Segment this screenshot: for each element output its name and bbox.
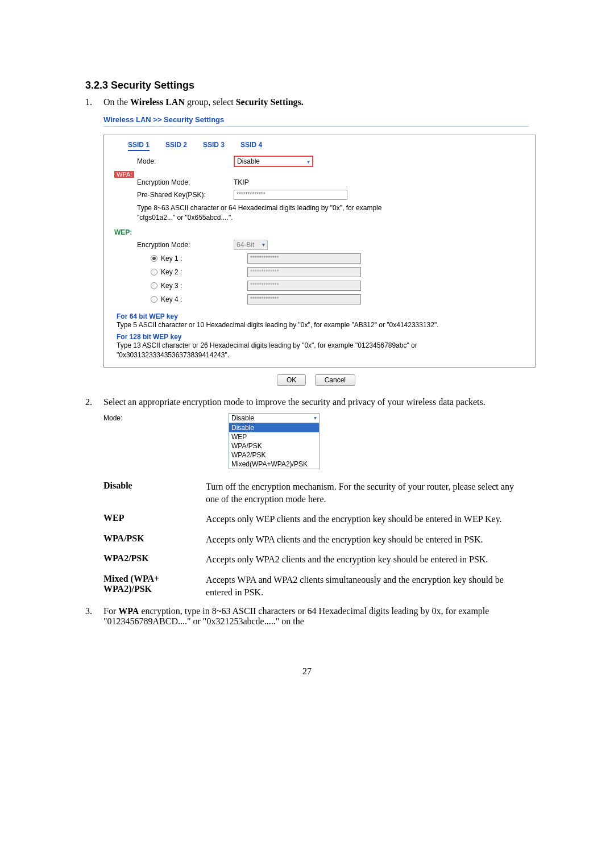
key4-label: Key 4 : xyxy=(161,295,182,303)
encryption-mode-label: Encryption Mode: xyxy=(137,178,234,186)
step-1-number: 1. xyxy=(85,97,103,107)
def-mixed: Mixed (WPA+ WPA2)/PSK Accepts WPA and WP… xyxy=(103,574,529,598)
mode-select-value: Disable xyxy=(237,157,260,165)
mode-label: Mode: xyxy=(137,157,234,165)
wep128-heading: For 128 bit WEP key xyxy=(117,333,525,341)
def-wpapsk: WPA/PSK Accepts only WPA clients and the… xyxy=(103,533,529,546)
wep128-body: Type 13 ASCII character or 26 Hexadecima… xyxy=(117,341,525,360)
step-3-text: For WPA encryption, type in 8~63 ASCII c… xyxy=(103,606,529,627)
key1-radio[interactable] xyxy=(151,255,157,262)
mode-dropdown[interactable]: Disable ▾ Disable WEP WPA/PSK WPA2/PSK M… xyxy=(229,413,320,469)
def-term: WEP xyxy=(103,513,206,525)
wep-section-label: WEP: xyxy=(114,228,525,236)
key2-input[interactable]: ************* xyxy=(247,267,361,277)
text: On the xyxy=(103,97,130,107)
key2-label: Key 2 : xyxy=(161,268,182,276)
ok-button[interactable]: OK xyxy=(277,374,306,386)
key3-input[interactable]: ************* xyxy=(247,281,361,291)
def-wpa2psk: WPA2/PSK Accepts only WPA2 clients and t… xyxy=(103,553,529,566)
mode-option-wep[interactable]: WEP xyxy=(229,432,319,441)
def-desc: Turn off the encryption mechanism. For t… xyxy=(206,481,529,505)
wpa-section-label: WPA: xyxy=(114,170,525,178)
wep64-body: Type 5 ASCII character or 10 Hexadecimal… xyxy=(117,320,525,330)
wep-encryption-mode-select[interactable]: 64-Bit ▾ xyxy=(234,240,268,250)
chevron-down-icon: ▾ xyxy=(307,158,310,165)
mode-label: Mode: xyxy=(103,413,229,469)
key4-input[interactable]: ************* xyxy=(247,294,361,304)
text: group, select xyxy=(185,97,236,107)
def-desc: Accepts only WEP clients and the encrypt… xyxy=(206,513,529,525)
mode-dropdown-options: Disable WEP WPA/PSK WPA2/PSK Mixed(WPA+W… xyxy=(229,423,319,469)
def-term: Disable xyxy=(103,481,206,505)
wep-encryption-mode-value: 64-Bit xyxy=(237,241,254,249)
mode-dropdown-screenshot: Mode: Disable ▾ Disable WEP WPA/PSK WPA2… xyxy=(103,413,529,469)
key1-label: Key 1 : xyxy=(161,254,182,262)
step-3: 3. For WPA encryption, type in 8~63 ASCI… xyxy=(85,606,529,627)
def-desc: Accepts only WPA clients and the encrypt… xyxy=(206,533,529,546)
step-2-text: Select an appropriate encryption mode to… xyxy=(103,397,529,407)
step-1-text: On the Wireless LAN group, select Securi… xyxy=(103,97,529,107)
key1-input[interactable]: ************* xyxy=(247,253,361,264)
key2-radio[interactable] xyxy=(151,269,157,276)
tab-ssid-4[interactable]: SSID 4 xyxy=(240,141,262,151)
panel-title: Wireless LAN >> Security Settings xyxy=(103,115,529,124)
mode-option-mixed[interactable]: Mixed(WPA+WPA2)/PSK xyxy=(229,460,319,469)
wep64-heading: For 64 bit WEP key xyxy=(117,312,525,320)
psk-label: Pre-Shared Key(PSK): xyxy=(137,191,234,199)
page-number: 27 xyxy=(85,666,529,677)
encryption-mode-value: TKIP xyxy=(234,178,249,186)
button-bar: OK Cancel xyxy=(103,374,529,386)
def-term: Mixed (WPA+ WPA2)/PSK xyxy=(103,574,206,598)
def-wep: WEP Accepts only WEP clients and the enc… xyxy=(103,513,529,525)
key3-label: Key 3 : xyxy=(161,282,182,290)
mode-select[interactable]: Disable ▾ xyxy=(234,156,313,167)
tab-ssid-3[interactable]: SSID 3 xyxy=(203,141,225,151)
tab-ssid-1[interactable]: SSID 1 xyxy=(128,141,150,151)
text-bold: Wireless LAN xyxy=(130,97,185,107)
definition-list: Disable Turn off the encryption mechanis… xyxy=(103,481,529,598)
psk-input[interactable]: ************* xyxy=(234,190,347,200)
chevron-down-icon: ▾ xyxy=(262,241,265,248)
psk-help-text: Type 8~63 ASCII character or 64 Hexadeci… xyxy=(137,203,525,223)
text-bold: WPA xyxy=(118,606,139,616)
def-desc: Accepts only WPA2 clients and the encryp… xyxy=(206,553,529,566)
step-2-number: 2. xyxy=(85,397,103,407)
section-heading: 3.2.3 Security Settings xyxy=(85,80,529,91)
text: encryption, type in 8~63 ASCII character… xyxy=(103,606,489,626)
def-disable: Disable Turn off the encryption mechanis… xyxy=(103,481,529,505)
def-term: WPA/PSK xyxy=(103,533,206,546)
step-2: 2. Select an appropriate encryption mode… xyxy=(85,397,529,407)
tab-ssid-2[interactable]: SSID 2 xyxy=(165,141,187,151)
text: Type 8~63 ASCII character or 64 Hexadeci… xyxy=(137,204,381,212)
chevron-down-icon: ▾ xyxy=(314,415,317,421)
def-desc: Accepts WPA and WPA2 clients simultaneou… xyxy=(206,574,529,598)
cancel-button[interactable]: Cancel xyxy=(315,374,355,386)
text-bold: Security Settings. xyxy=(236,97,304,107)
mode-dropdown-selected: Disable xyxy=(231,414,254,422)
key3-radio[interactable] xyxy=(151,282,157,289)
step-1: 1. On the Wireless LAN group, select Sec… xyxy=(85,97,529,107)
divider xyxy=(103,126,529,127)
mode-option-wpapsk[interactable]: WPA/PSK xyxy=(229,441,319,450)
ssid-tabs: SSID 1 SSID 2 SSID 3 SSID 4 xyxy=(128,141,525,151)
wpa-highlight: WPA: xyxy=(114,171,134,178)
def-term: WPA2/PSK xyxy=(103,553,206,566)
text: For xyxy=(103,606,118,616)
mode-option-wpa2psk[interactable]: WPA2/PSK xyxy=(229,450,319,460)
text: "cfgs01a2..." or "0x655abcd....". xyxy=(137,214,233,222)
step-3-number: 3. xyxy=(85,606,103,627)
security-settings-screenshot: Wireless LAN >> Security Settings SSID 1… xyxy=(103,115,529,386)
key4-radio[interactable] xyxy=(151,296,157,303)
wep-encryption-mode-label: Encryption Mode: xyxy=(137,241,234,249)
mode-option-disable[interactable]: Disable xyxy=(229,423,319,432)
form-container: SSID 1 SSID 2 SSID 3 SSID 4 Mode: Disabl… xyxy=(103,135,536,368)
